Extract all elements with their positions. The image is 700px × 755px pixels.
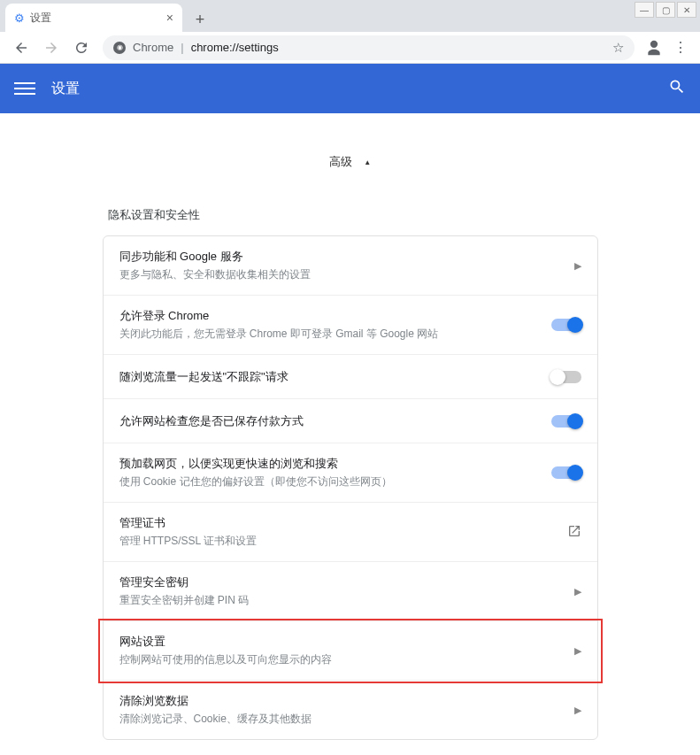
chevron-right-icon: ▶ bbox=[574, 260, 581, 272]
person-icon bbox=[645, 39, 663, 57]
reload-icon bbox=[73, 40, 89, 56]
close-window-button[interactable]: ✕ bbox=[677, 2, 696, 18]
row-title: 清除浏览数据 bbox=[119, 693, 565, 709]
row-clear-data[interactable]: 清除浏览数据 清除浏览记录、Cookie、缓存及其他数据 ▶ bbox=[104, 681, 597, 739]
toggle-preload[interactable] bbox=[551, 466, 581, 479]
row-subtitle: 控制网站可使用的信息以及可向您显示的内容 bbox=[119, 652, 565, 667]
search-icon bbox=[668, 78, 686, 96]
forward-button[interactable] bbox=[37, 34, 65, 62]
advanced-label: 高级 bbox=[329, 155, 352, 168]
tab-bar: ⚙ 设置 × + bbox=[0, 0, 700, 32]
row-title: 预加载网页，以便实现更快速的浏览和搜索 bbox=[119, 456, 551, 472]
maximize-button[interactable]: ▢ bbox=[656, 2, 675, 18]
hamburger-menu-button[interactable] bbox=[14, 82, 35, 95]
section-title-privacy: 隐私设置和安全性 bbox=[103, 191, 598, 235]
toggle-payment-check[interactable] bbox=[551, 415, 581, 428]
bookmark-star-icon[interactable]: ☆ bbox=[612, 40, 624, 56]
row-title: 管理证书 bbox=[119, 515, 567, 531]
arrow-left-icon bbox=[13, 40, 29, 56]
row-subtitle: 清除浏览记录、Cookie、缓存及其他数据 bbox=[119, 712, 565, 727]
row-subtitle: 使用 Cookie 记住您的偏好设置（即使您不访问这些网页） bbox=[119, 474, 551, 489]
chevron-right-icon: ▶ bbox=[574, 705, 581, 716]
row-security-keys[interactable]: 管理安全密钥 重置安全密钥并创建 PIN 码 ▶ bbox=[104, 562, 597, 621]
row-title: 允许登录 Chrome bbox=[119, 308, 551, 324]
caret-up-icon: ▲ bbox=[364, 158, 371, 166]
url-prefix: Chrome bbox=[133, 41, 173, 54]
page-title: 设置 bbox=[51, 80, 668, 98]
row-site-settings[interactable]: 网站设置 控制网站可使用的信息以及可向您显示的内容 ▶ bbox=[104, 621, 597, 681]
new-tab-button[interactable]: + bbox=[188, 7, 212, 32]
row-allow-signin[interactable]: 允许登录 Chrome 关闭此功能后，您无需登录 Chrome 即可登录 Gma… bbox=[104, 296, 597, 355]
section-title-language: 语言 bbox=[103, 740, 598, 755]
reload-button[interactable] bbox=[67, 34, 96, 62]
row-title: 同步功能和 Google 服务 bbox=[119, 249, 565, 265]
row-title: 随浏览流量一起发送"不跟踪"请求 bbox=[119, 369, 551, 385]
minimize-button[interactable]: — bbox=[635, 2, 654, 18]
row-sync-google[interactable]: 同步功能和 Google 服务 更多与隐私、安全和数据收集相关的设置 ▶ bbox=[104, 236, 597, 296]
advanced-toggle[interactable]: 高级 ▲ bbox=[103, 113, 598, 191]
close-tab-icon[interactable]: × bbox=[166, 11, 173, 25]
row-do-not-track[interactable]: 随浏览流量一起发送"不跟踪"请求 bbox=[104, 355, 597, 399]
tab-title: 设置 bbox=[30, 11, 51, 26]
toggle-allow-signin[interactable] bbox=[551, 319, 581, 331]
toggle-do-not-track[interactable] bbox=[551, 371, 581, 383]
row-title: 网站设置 bbox=[119, 634, 565, 650]
row-subtitle: 管理 HTTPS/SSL 证书和设置 bbox=[119, 534, 567, 549]
browser-menu-button[interactable]: ⋮ bbox=[668, 35, 693, 60]
row-subtitle: 重置安全密钥并创建 PIN 码 bbox=[119, 593, 565, 608]
row-preload[interactable]: 预加载网页，以便实现更快速的浏览和搜索 使用 Cookie 记住您的偏好设置（即… bbox=[104, 443, 597, 503]
chevron-right-icon: ▶ bbox=[574, 586, 581, 597]
row-title: 管理安全密钥 bbox=[119, 574, 565, 590]
open-external-icon bbox=[567, 524, 581, 541]
url-separator: | bbox=[181, 41, 183, 54]
window-controls: — ▢ ✕ bbox=[635, 2, 696, 18]
arrow-right-icon bbox=[43, 40, 59, 56]
url-path: chrome://settings bbox=[191, 41, 279, 54]
app-header: 设置 bbox=[0, 64, 700, 113]
content-viewport[interactable]: 高级 ▲ 隐私设置和安全性 同步功能和 Google 服务 更多与隐私、安全和数… bbox=[0, 113, 700, 755]
search-button[interactable] bbox=[668, 78, 686, 99]
address-bar[interactable]: ◉ Chrome | chrome://settings ☆ bbox=[103, 35, 635, 60]
back-button[interactable] bbox=[7, 34, 35, 62]
row-subtitle: 更多与隐私、安全和数据收集相关的设置 bbox=[119, 267, 565, 282]
browser-toolbar: ◉ Chrome | chrome://settings ☆ ⋮ bbox=[0, 32, 700, 64]
chrome-icon: ◉ bbox=[113, 42, 126, 54]
row-title: 允许网站检查您是否已保存付款方式 bbox=[119, 413, 551, 429]
gear-icon: ⚙ bbox=[14, 12, 25, 25]
chevron-right-icon: ▶ bbox=[574, 645, 581, 657]
row-payment-check[interactable]: 允许网站检查您是否已保存付款方式 bbox=[104, 399, 597, 443]
privacy-card: 同步功能和 Google 服务 更多与隐私、安全和数据收集相关的设置 ▶ 允许登… bbox=[103, 235, 598, 740]
row-subtitle: 关闭此功能后，您无需登录 Chrome 即可登录 Gmail 等 Google … bbox=[119, 327, 551, 342]
profile-button[interactable] bbox=[642, 35, 666, 60]
browser-tab[interactable]: ⚙ 设置 × bbox=[5, 4, 182, 32]
row-manage-certs[interactable]: 管理证书 管理 HTTPS/SSL 证书和设置 bbox=[104, 503, 597, 562]
